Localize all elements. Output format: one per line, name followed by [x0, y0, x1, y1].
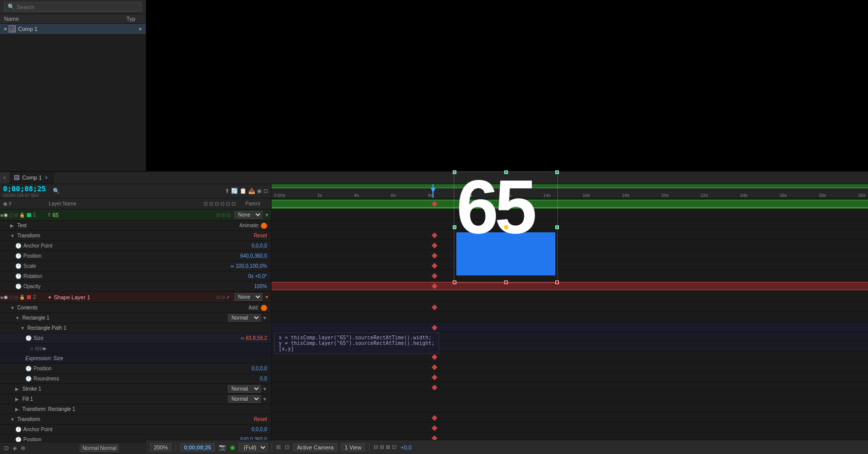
layer-2-solo[interactable]: ◎: [14, 295, 18, 300]
layer-1-lock[interactable]: 🔓: [19, 213, 25, 218]
layer-2-lock[interactable]: 🔓: [19, 295, 25, 300]
keyframe-pos-1[interactable]: [432, 242, 438, 248]
layer-1-video[interactable]: ◻: [9, 212, 13, 218]
keyframe-opacity-1[interactable]: [432, 273, 438, 278]
rectpos-stopwatch[interactable]: 🕐: [25, 366, 31, 371]
zoom-button[interactable]: 200%: [150, 443, 172, 451]
timecode-button[interactable]: 0;00;08;25: [180, 443, 215, 451]
scale-1-stopwatch[interactable]: 🕐: [15, 263, 21, 269]
ctrl-icon-6[interactable]: ⊡: [263, 188, 268, 194]
layer-1-mode[interactable]: None: [235, 211, 262, 219]
contents-expand[interactable]: ▼: [10, 305, 15, 310]
layer-1-transform-row[interactable]: ▼ Transform Reset: [0, 231, 271, 241]
ctrl-icon-5[interactable]: ◉: [257, 188, 262, 194]
position-1-stopwatch[interactable]: 🕐: [15, 253, 21, 259]
layer-2-transform-row[interactable]: ▼ Transform Reset: [0, 414, 271, 425]
search-bar[interactable]: 🔍: [4, 2, 142, 12]
text-expand[interactable]: ▶: [10, 223, 15, 228]
animate-btn[interactable]: Animate:: [240, 223, 267, 229]
size-value[interactable]: 83,8,59,2: [246, 335, 267, 341]
camera-view-button[interactable]: Active Camera: [293, 443, 337, 451]
keyframe-roundness[interactable]: [432, 364, 438, 370]
keyframe-stroke1[interactable]: [432, 374, 438, 380]
stroke1-expand[interactable]: ▶: [15, 387, 20, 392]
size-link-icon[interactable]: ∞: [241, 335, 244, 341]
anchor-2-value[interactable]: 0,0,0,0: [251, 427, 267, 432]
layer-2-transform-rect1-row[interactable]: ▶ Transform: Rectangle 1: [0, 404, 271, 414]
layer-2-controls: ◉ ◻ ◎ 🔓 2: [0, 294, 46, 300]
transform-2-reset[interactable]: Reset: [254, 416, 267, 422]
timeline-ruler[interactable]: 0:00s 2s 4s 6s 8s 10s 12s 14s 16s 18s 20…: [272, 184, 868, 198]
ctrl-icon-3[interactable]: 📋: [240, 188, 247, 194]
fill1-expand[interactable]: ▶: [15, 397, 20, 402]
transform-2-expand[interactable]: ▼: [10, 417, 15, 422]
project-item[interactable]: ■ Comp 1 ■: [0, 24, 146, 34]
comp-tab-1[interactable]: Comp 1 ≡: [9, 172, 53, 184]
ruler-ticks: 0:00s 2s 4s 6s 8s 10s 12s 14s 16s 18s 20…: [272, 193, 868, 198]
ctrl-icon-2[interactable]: 🔄: [231, 188, 238, 194]
rect1-mode[interactable]: Normal: [228, 314, 261, 322]
keyframe-rect1[interactable]: [432, 304, 438, 310]
rectpath1-expand[interactable]: ▼: [20, 326, 25, 331]
ctrl-icon-1[interactable]: ⬆: [225, 188, 229, 194]
search-input[interactable]: [17, 4, 138, 10]
layer-2-mode[interactable]: None: [235, 293, 262, 301]
opacity-1-value[interactable]: 100%: [254, 284, 267, 289]
layer-1-solo[interactable]: ◎: [14, 213, 18, 218]
keyframe-anchor2[interactable]: [432, 415, 438, 421]
tab-close-icon[interactable]: ×: [0, 172, 9, 184]
layer-2-contents-row[interactable]: ▼ Contents Add:: [0, 303, 271, 313]
size-label: Size: [34, 335, 43, 341]
expr-icon-2[interactable]: ⊙: [39, 346, 43, 351]
keyframe-scale-1[interactable]: [432, 253, 438, 258]
opacity-1-stopwatch[interactable]: 🕐: [15, 284, 21, 289]
expr-icon-3[interactable]: ▶: [43, 346, 47, 351]
keyframe-pos2[interactable]: [432, 425, 438, 431]
view-count-button[interactable]: 1 View: [341, 443, 365, 451]
quality-select[interactable]: (Full): [239, 443, 268, 452]
anchor-1-value[interactable]: 0,0,0,0: [251, 243, 267, 249]
layer-2-video[interactable]: ◻: [9, 294, 13, 300]
tr-rect1-expand[interactable]: ▶: [15, 407, 20, 412]
keyframe-anchor-1[interactable]: [432, 232, 438, 238]
anchor-1-stopwatch[interactable]: 🕐: [15, 243, 21, 249]
layer-2-rectpath1-row[interactable]: ▼ Rectangle Path 1: [0, 323, 271, 333]
render-icon[interactable]: ◈: [13, 445, 17, 451]
scale-1-value[interactable]: ∞ 100,0,100,0%: [230, 263, 267, 269]
rectpos-value[interactable]: 0,0,0,0: [251, 366, 267, 371]
rotation-1-stopwatch[interactable]: 🕐: [15, 273, 21, 279]
layer-2-rect1-row[interactable]: ▼ Rectangle 1 Normal ▼: [0, 313, 271, 323]
roundness-value[interactable]: 0,0: [260, 376, 267, 381]
position-1-value[interactable]: 640,0,360,0: [240, 253, 267, 259]
ctrl-icon-4[interactable]: 📤: [248, 188, 255, 194]
transform-1-reset[interactable]: Reset: [254, 233, 267, 238]
keyframe-fill1[interactable]: [432, 385, 438, 390]
layer-2-row[interactable]: ◉ ◻ ◎ 🔓 2 ★ Shape Layer 1 ⊡ ⊡: [0, 292, 271, 303]
layer-1-row[interactable]: ◉ ◻ ◎ 🔓 1 T 65 ⊡ ⊡: [0, 209, 271, 221]
settings-icon[interactable]: ⊕: [21, 445, 25, 451]
size-stopwatch[interactable]: 🕐: [25, 335, 31, 341]
playhead[interactable]: [432, 184, 433, 198]
position-2-stopwatch[interactable]: 🕐: [15, 437, 21, 442]
add-icon[interactable]: [261, 305, 267, 311]
render-icons: ⊟ ⊞ ⊠ ⊡: [374, 444, 396, 450]
stroke1-mode[interactable]: Normal: [228, 385, 261, 393]
bottom-area: × Comp 1 ≡ 0;00;08;25 00265 (29.97 fps) …: [0, 171, 868, 454]
handle-tc: [504, 170, 508, 174]
keyframe-size[interactable]: [432, 325, 438, 330]
layer-2-stroke1-row[interactable]: ▶ Stroke 1 Normal ▼: [0, 384, 271, 394]
rect1-expand[interactable]: ▼: [15, 316, 20, 321]
anchor-2-stopwatch[interactable]: 🕐: [15, 427, 21, 432]
layer-2-fill1-row[interactable]: ▶ Fill 1 Normal ▼: [0, 394, 271, 404]
expr-icon-1[interactable]: ⊡: [35, 346, 39, 351]
fill1-mode[interactable]: Normal: [228, 395, 261, 403]
layer-2-eye[interactable]: ◉: [0, 294, 8, 300]
layer-1-eye[interactable]: ◉: [0, 212, 8, 218]
layer-1-text-row[interactable]: ▶ Text Animate:: [0, 221, 271, 231]
keyframe-rectpos[interactable]: [432, 354, 438, 360]
transform-1-expand[interactable]: ▼: [10, 233, 15, 238]
frame-icon[interactable]: ⊡: [4, 445, 9, 451]
rotation-1-value[interactable]: 0x +0,0°: [248, 273, 267, 279]
keyframe-rot-1[interactable]: [432, 263, 438, 268]
roundness-stopwatch[interactable]: 🕐: [25, 376, 31, 381]
